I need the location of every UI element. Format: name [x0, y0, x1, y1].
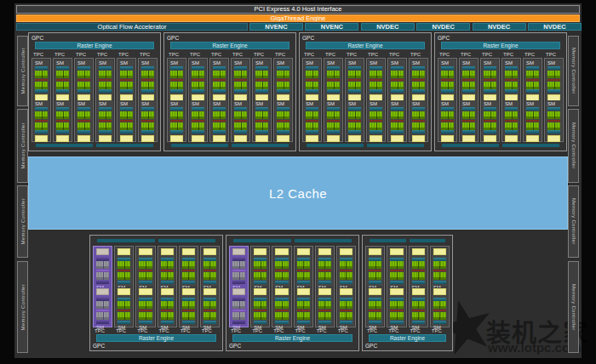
sm-block: SM [338, 287, 354, 327]
raster-engine-bar: Raster Engine [170, 42, 289, 49]
tpc-label: TPC [53, 51, 72, 58]
cache-bar [99, 107, 112, 111]
cuda-core-block [327, 82, 340, 89]
sm-block: SM [140, 100, 156, 140]
divider-line [306, 79, 318, 81]
tpc-label: TPC [365, 327, 385, 334]
raster-engine-bar: Raster Engine [35, 42, 154, 49]
divider-line [369, 270, 381, 271]
sm-label: SM [526, 60, 539, 66]
divider-line [433, 270, 446, 271]
cuda-core-block [141, 122, 154, 130]
tpc-label: TPC [117, 51, 136, 58]
cuda-core-block [370, 82, 382, 89]
rt-core-block [484, 135, 496, 142]
cuda-core-block [340, 261, 352, 269]
sm-block: SM [232, 100, 249, 140]
cuda-core-block [139, 312, 152, 320]
l2-cache-block: L2 Cache [28, 156, 568, 230]
tpc-label: TPC [114, 327, 134, 334]
cache-bar [35, 89, 48, 93]
divider-line [192, 120, 204, 122]
rt-core-block [35, 135, 48, 142]
cache-bar [35, 66, 48, 70]
rt-core-block [390, 288, 403, 295]
cuda-core-block [139, 272, 152, 280]
divider-line [277, 79, 289, 81]
cache-bar [306, 66, 318, 70]
cuda-core-block [526, 71, 539, 78]
cuda-core-block [484, 71, 496, 78]
cuda-core-block [327, 122, 340, 130]
cache-bar [77, 130, 90, 134]
cuda-core-block [412, 111, 425, 119]
cuda-core-block [318, 272, 331, 280]
cuda-core-block [255, 82, 268, 89]
sm-stack: SMSM [544, 58, 564, 142]
sm-block: SM [33, 60, 49, 100]
cuda-core-block [390, 312, 403, 320]
sm-block: SM [432, 287, 448, 327]
cache-bar [234, 107, 247, 111]
cache-bar [348, 89, 361, 93]
cuda-core-block [232, 272, 245, 280]
memory-controller-right-1: Memory Controller [568, 36, 579, 106]
gpc-box-bottom-2: SMSMTPCSMSMTPCSMSMTPCSMSMTPCSMSMTPCSMSMT… [226, 235, 359, 351]
cuda-core-block [390, 261, 403, 269]
sm-stack: SMSM [387, 246, 406, 327]
cache-bar [277, 89, 289, 93]
tpc-label: TPC [158, 327, 177, 334]
sm-stack: SMSM [138, 58, 158, 142]
divider-line [547, 120, 560, 122]
rt-core-block [277, 135, 289, 142]
sm-stack: SMSM [273, 58, 293, 142]
divider-line [526, 79, 539, 81]
divider-line [35, 79, 48, 81]
cuda-core-block [306, 111, 318, 119]
sm-block: SM [54, 100, 71, 140]
sm-block: SM [118, 60, 135, 100]
divider-line [232, 270, 245, 271]
sm-label: SM [462, 60, 475, 66]
rt-core-block [318, 248, 331, 255]
cuda-core-block [161, 272, 174, 280]
divider-line [370, 120, 382, 122]
tpc-row: SMSMTPCSMSMTPCSMSMTPCSMSMTPC [364, 246, 450, 334]
tex-strip [233, 239, 291, 242]
cache-bar [120, 66, 133, 70]
divider-line [340, 310, 352, 311]
sm-block: SM [137, 287, 153, 327]
tpc-label: TPC [229, 327, 249, 334]
tpc-label: TPC [231, 51, 250, 58]
cuda-core-block [433, 312, 446, 320]
cuda-core-block [117, 272, 130, 280]
memory-controller-label: Memory Controller [20, 284, 26, 330]
memory-controller-left-4: Memory Controller [17, 261, 28, 353]
cache-bar [56, 130, 69, 134]
memory-controller-label: Memory Controller [20, 48, 26, 94]
cache-bar [412, 66, 425, 70]
tpc-column: TPCSMSM [167, 51, 186, 142]
sm-block: SM [231, 287, 247, 327]
cuda-core-block [275, 301, 288, 309]
sm-label: SM [120, 60, 133, 66]
cache-bar [192, 66, 204, 70]
sm-label: SM [234, 100, 247, 107]
tpc-label: TPC [188, 51, 208, 58]
sm-label: SM [412, 60, 425, 66]
cuda-core-block [203, 301, 216, 309]
divider-line [139, 270, 152, 271]
gpc-label: GPC [166, 34, 294, 42]
cuda-core-block [348, 122, 361, 130]
divider-line [340, 270, 352, 271]
memory-controller-left-3: Memory Controller [17, 185, 28, 258]
divider-line [213, 120, 226, 122]
tpc-column: SMSMTPC [387, 246, 406, 334]
sm-label: SM [99, 100, 112, 107]
sm-block: SM [169, 100, 185, 140]
rt-core-block [203, 248, 216, 255]
cuda-core-block [369, 272, 381, 280]
tpc-column: TPCSMSM [74, 51, 94, 142]
tpc-column-disabled: SMSMTPC [229, 246, 249, 334]
cuda-core-block [120, 82, 133, 89]
